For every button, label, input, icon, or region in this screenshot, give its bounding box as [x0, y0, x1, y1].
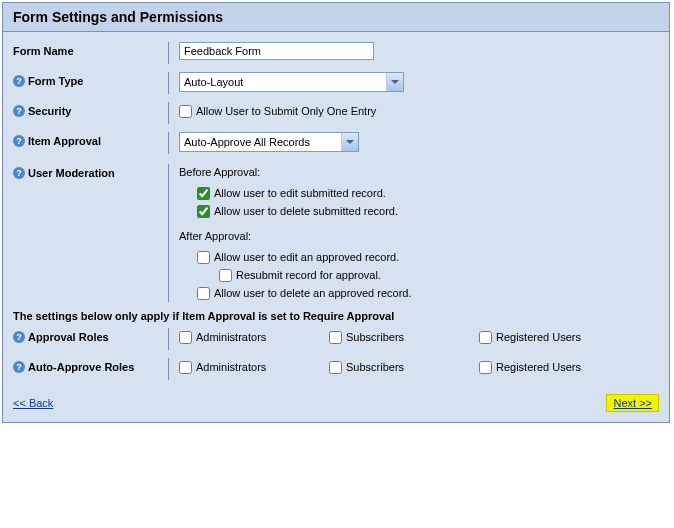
- footer: << Back Next >>: [3, 386, 669, 422]
- edit-approved-label: Allow user to edit an approved record.: [214, 248, 399, 266]
- help-icon[interactable]: ?: [13, 167, 25, 179]
- edit-submitted-label: Allow user to edit submitted record.: [214, 184, 386, 202]
- label-form-type: Form Type: [28, 75, 83, 87]
- row-item-approval: ? Item Approval Auto-Approve All Records: [13, 132, 659, 154]
- auto-subscribers-label: Subscribers: [346, 358, 404, 376]
- back-link[interactable]: << Back: [13, 397, 53, 409]
- chevron-down-icon: [386, 73, 403, 91]
- after-approval-title: After Approval:: [179, 230, 659, 242]
- approval-note: The settings below only apply if Item Ap…: [13, 310, 659, 322]
- submit-one-checkbox[interactable]: [179, 105, 192, 118]
- label-security: Security: [28, 105, 71, 117]
- form-type-value: Auto-Layout: [184, 76, 243, 88]
- delete-submitted-checkbox[interactable]: [197, 205, 210, 218]
- row-form-name: Form Name: [13, 42, 659, 64]
- label-auto-approve-roles: Auto-Approve Roles: [28, 361, 134, 373]
- help-icon[interactable]: ?: [13, 361, 25, 373]
- auto-admin-label: Administrators: [196, 358, 266, 376]
- delete-submitted-label: Allow user to delete submitted record.: [214, 202, 398, 220]
- label-user-moderation: User Moderation: [28, 167, 115, 179]
- resubmit-label: Resubmit record for approval.: [236, 266, 381, 284]
- approval-subscribers-checkbox[interactable]: [329, 331, 342, 344]
- help-icon[interactable]: ?: [13, 135, 25, 147]
- approval-subscribers-label: Subscribers: [346, 328, 404, 346]
- auto-admin-checkbox[interactable]: [179, 361, 192, 374]
- auto-registered-checkbox[interactable]: [479, 361, 492, 374]
- panel-body: Form Name ? Form Type Auto-Layout: [3, 32, 669, 386]
- row-auto-approve-roles: ? Auto-Approve Roles Administrators Subs…: [13, 358, 659, 380]
- help-icon[interactable]: ?: [13, 331, 25, 343]
- approval-registered-label: Registered Users: [496, 328, 581, 346]
- row-form-type: ? Form Type Auto-Layout: [13, 72, 659, 94]
- resubmit-checkbox[interactable]: [219, 269, 232, 282]
- help-icon[interactable]: ?: [13, 105, 25, 117]
- auto-subscribers-checkbox[interactable]: [329, 361, 342, 374]
- submit-one-label: Allow User to Submit Only One Entry: [196, 102, 376, 120]
- approval-admin-checkbox[interactable]: [179, 331, 192, 344]
- label-form-name: Form Name: [13, 45, 74, 57]
- next-button[interactable]: Next >>: [606, 394, 659, 412]
- label-approval-roles: Approval Roles: [28, 331, 109, 343]
- delete-approved-label: Allow user to delete an approved record.: [214, 284, 412, 302]
- form-type-select[interactable]: Auto-Layout: [179, 72, 404, 92]
- row-security: ? Security Allow User to Submit Only One…: [13, 102, 659, 124]
- chevron-down-icon: [341, 133, 358, 151]
- help-icon[interactable]: ?: [13, 75, 25, 87]
- item-approval-select[interactable]: Auto-Approve All Records: [179, 132, 359, 152]
- delete-approved-checkbox[interactable]: [197, 287, 210, 300]
- edit-submitted-checkbox[interactable]: [197, 187, 210, 200]
- row-approval-roles: ? Approval Roles Administrators Subscrib…: [13, 328, 659, 350]
- item-approval-value: Auto-Approve All Records: [184, 136, 310, 148]
- before-approval-title: Before Approval:: [179, 166, 659, 178]
- form-name-input[interactable]: [179, 42, 374, 60]
- approval-registered-checkbox[interactable]: [479, 331, 492, 344]
- panel-title: Form Settings and Permissions: [3, 3, 669, 32]
- approval-admin-label: Administrators: [196, 328, 266, 346]
- row-user-moderation: ? User Moderation Before Approval: Allow…: [13, 164, 659, 302]
- label-item-approval: Item Approval: [28, 135, 101, 147]
- auto-registered-label: Registered Users: [496, 358, 581, 376]
- edit-approved-checkbox[interactable]: [197, 251, 210, 264]
- settings-panel: Form Settings and Permissions Form Name …: [2, 2, 670, 423]
